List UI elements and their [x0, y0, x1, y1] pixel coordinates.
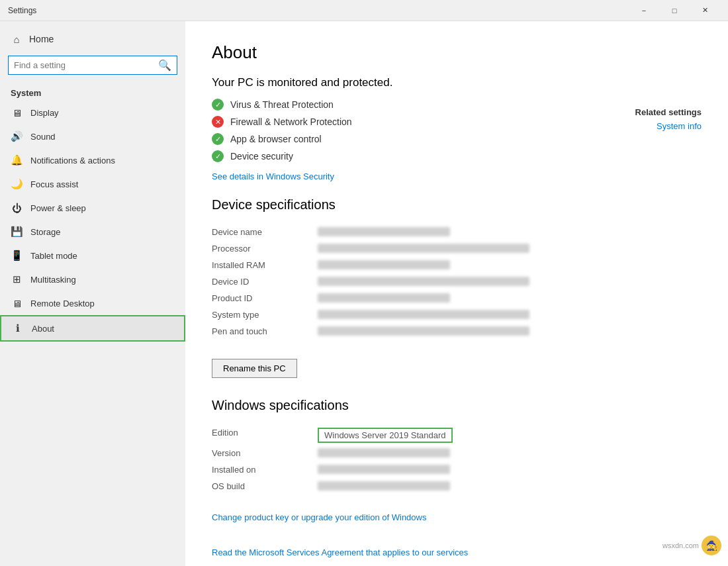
table-row: Device name — [212, 224, 702, 241]
window-title: Settings — [8, 6, 629, 15]
edition-value: Windows Server 2019 Standard — [318, 428, 453, 443]
maximize-button[interactable]: □ — [659, 0, 690, 21]
windows-specs-table: Edition Windows Server 2019 Standard Ver… — [212, 425, 702, 495]
status-row-virus: ✓ Virus & Threat Protection — [212, 99, 702, 111]
title-bar: Settings − □ ✕ — [0, 0, 728, 21]
close-button[interactable]: ✕ — [690, 0, 720, 21]
sidebar-item-power[interactable]: ⏻ Power & sleep — [0, 196, 185, 220]
rename-pc-button[interactable]: Rename this PC — [212, 359, 297, 378]
settings-window: Settings − □ ✕ ⌂ Home 🔍 System 🖥 Display — [0, 0, 728, 566]
sidebar-item-tablet[interactable]: 📱 Tablet mode — [0, 244, 185, 267]
firewall-status-icon: ✕ — [212, 116, 224, 128]
sidebar-item-label: Display — [30, 108, 59, 118]
watermark-logo: 🧙 — [702, 536, 721, 555]
device-specs-table: Device name Processor Installed RAM — [212, 224, 702, 340]
system-info-link[interactable]: System info — [635, 121, 702, 131]
spec-label: System type — [212, 307, 318, 324]
home-icon: ⌂ — [11, 33, 23, 45]
multitasking-icon: ⊞ — [11, 273, 23, 285]
system-header: System — [0, 83, 185, 101]
virus-status-icon: ✓ — [212, 99, 224, 111]
spec-label: Device ID — [212, 274, 318, 291]
notifications-icon: 🔔 — [11, 154, 23, 166]
watermark-text: wsxdn.com — [662, 542, 699, 549]
search-icon: 🔍 — [158, 59, 171, 71]
table-row: Version — [212, 446, 702, 462]
spec-value — [318, 274, 702, 291]
app-browser-label: App & browser control — [230, 134, 322, 144]
sidebar-item-label: Tablet mode — [30, 251, 77, 261]
app-browser-status-icon: ✓ — [212, 133, 224, 145]
sidebar-item-remote[interactable]: 🖥 Remote Desktop — [0, 291, 185, 315]
table-row: Edition Windows Server 2019 Standard — [212, 425, 702, 446]
home-label: Home — [29, 34, 54, 44]
minimize-button[interactable]: − — [629, 0, 659, 21]
table-row: Installed on — [212, 462, 702, 479]
table-row: Pen and touch — [212, 324, 702, 340]
sidebar-item-sound[interactable]: 🔊 Sound — [0, 124, 185, 148]
window-controls: − □ ✕ — [629, 0, 720, 21]
see-details-link[interactable]: See details in Windows Security — [212, 171, 334, 181]
page-title: About — [212, 42, 702, 63]
spec-value — [318, 291, 702, 307]
sidebar-item-storage[interactable]: 💾 Storage — [0, 220, 185, 244]
status-row-firewall: ✕ Firewall & Network Protection — [212, 116, 702, 128]
sidebar-item-label: Focus assist — [30, 179, 78, 189]
sidebar-item-about[interactable]: ℹ About — [0, 315, 185, 342]
spec-value — [318, 258, 702, 274]
change-key-link[interactable]: Change product key or upgrade your editi… — [212, 512, 426, 522]
spec-value — [318, 479, 702, 495]
sidebar-item-multitasking[interactable]: ⊞ Multitasking — [0, 267, 185, 291]
firewall-label: Firewall & Network Protection — [230, 117, 352, 127]
focus-icon: 🌙 — [11, 178, 23, 190]
power-icon: ⏻ — [11, 202, 23, 214]
sidebar-item-label: Storage — [30, 227, 61, 237]
storage-icon: 💾 — [11, 226, 23, 238]
table-row: Processor — [212, 241, 702, 258]
virus-label: Virus & Threat Protection — [230, 99, 334, 110]
table-row: System type — [212, 307, 702, 324]
windows-specs-title: Windows specifications — [212, 398, 702, 413]
spec-value: Windows Server 2019 Standard — [318, 425, 702, 446]
spec-label: OS build — [212, 479, 318, 495]
spec-label: Edition — [212, 425, 318, 446]
table-row: Device ID — [212, 274, 702, 291]
table-row: Installed RAM — [212, 258, 702, 274]
spec-label: Pen and touch — [212, 324, 318, 340]
spec-value — [318, 462, 702, 479]
spec-value — [318, 307, 702, 324]
spec-label: Product ID — [212, 291, 318, 307]
sidebar: ⌂ Home 🔍 System 🖥 Display 🔊 Sound 🔔 Noti… — [0, 21, 185, 566]
search-input[interactable] — [14, 60, 154, 70]
sound-icon: 🔊 — [11, 130, 23, 142]
sidebar-item-label: Power & sleep — [30, 203, 86, 213]
spec-value — [318, 224, 702, 241]
protection-header: Your PC is monitored and protected. — [212, 76, 702, 89]
spec-label: Installed RAM — [212, 258, 318, 274]
sidebar-item-notifications[interactable]: 🔔 Notifications & actions — [0, 148, 185, 172]
ms-agreement-link[interactable]: Read the Microsoft Services Agreement th… — [212, 547, 468, 557]
sidebar-item-display[interactable]: 🖥 Display — [0, 101, 185, 124]
sidebar-item-focus[interactable]: 🌙 Focus assist — [0, 172, 185, 196]
spec-value — [318, 324, 702, 340]
sidebar-item-label: Notifications & actions — [30, 156, 115, 165]
sidebar-item-label: Sound — [30, 132, 56, 142]
app-body: ⌂ Home 🔍 System 🖥 Display 🔊 Sound 🔔 Noti… — [0, 21, 728, 566]
sidebar-item-label: Multitasking — [30, 275, 76, 285]
sidebar-item-label: About — [32, 324, 54, 334]
spec-label: Device name — [212, 224, 318, 241]
about-icon: ℹ — [12, 322, 24, 334]
spec-value — [318, 241, 702, 258]
device-specs-title: Device specifications — [212, 197, 702, 212]
tablet-icon: 📱 — [11, 250, 23, 261]
search-box[interactable]: 🔍 — [8, 56, 177, 75]
related-settings: Related settings System info — [635, 107, 702, 131]
status-row-device-security: ✓ Device security — [212, 150, 702, 162]
spec-label: Version — [212, 446, 318, 462]
related-settings-title: Related settings — [635, 107, 702, 117]
sidebar-item-label: Remote Desktop — [30, 299, 95, 308]
table-row: OS build — [212, 479, 702, 495]
sidebar-item-home[interactable]: ⌂ Home — [0, 26, 185, 52]
spec-value — [318, 446, 702, 462]
spec-label: Installed on — [212, 462, 318, 479]
